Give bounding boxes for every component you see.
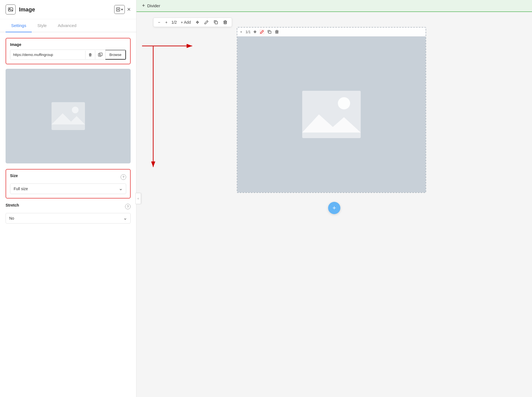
zoom-in-button[interactable]: + (164, 19, 169, 25)
svg-point-29 (338, 97, 350, 109)
svg-point-14 (72, 107, 79, 113)
image-panel-icon (6, 4, 16, 14)
mini-copy-button[interactable] (267, 29, 272, 35)
canvas-area: − + 1/2 + Add ✥ (136, 12, 532, 397)
stretch-section: Stretch ? No Yes (6, 203, 131, 224)
block-mini-toolbar: + 1/1 ✥ (237, 28, 426, 36)
mini-fraction: 1/1 (246, 30, 251, 34)
left-panel: Image ▾ × Settings Style Advanced Image (0, 0, 136, 397)
add-button-row: + (237, 197, 432, 214)
dropdown-arrow: ▾ (121, 8, 123, 11)
image-preview-left (6, 69, 131, 163)
block-outer-toolbar: − + 1/2 + Add ✥ (153, 18, 232, 27)
mini-move-button[interactable]: ✥ (253, 29, 257, 35)
divider-label: Divider (147, 3, 160, 8)
content-block-wrapper: + 1/1 ✥ (237, 27, 432, 214)
image-input-row: Browse (10, 50, 126, 60)
size-label: Size (10, 173, 18, 178)
zoom-out-button[interactable]: − (157, 19, 161, 25)
stretch-help-icon[interactable]: ? (125, 204, 131, 209)
stretch-section-header: Stretch ? (6, 203, 131, 210)
copy-button[interactable] (213, 19, 219, 25)
stretch-select[interactable]: No Yes (6, 213, 131, 224)
panel-header: Image ▾ × (0, 0, 136, 19)
size-select[interactable]: Full size Thumbnail Medium Large (10, 183, 126, 194)
collapse-icon: ‹ (138, 197, 139, 200)
stretch-select-wrapper: No Yes (6, 213, 131, 224)
collapse-handle[interactable]: ‹ (135, 193, 141, 204)
image-section-label: Image (10, 42, 126, 47)
content-block: + 1/1 ✥ (237, 27, 426, 193)
stretch-label: Stretch (6, 203, 19, 207)
svg-rect-22 (269, 31, 271, 33)
mini-edit-button[interactable] (259, 29, 265, 35)
add-block-button[interactable]: ▾ (114, 5, 125, 14)
tab-style[interactable]: Style (32, 19, 52, 32)
add-item-button[interactable]: + Add (180, 19, 192, 25)
size-section-box: Size ? Full size Thumbnail Medium Large (6, 169, 131, 198)
panel-content: Image (0, 32, 136, 397)
add-item-label: + Add (181, 20, 191, 24)
svg-rect-13 (52, 102, 85, 130)
mini-delete-button[interactable] (274, 29, 279, 35)
svg-rect-16 (215, 21, 218, 24)
toolbar-fraction: 1/2 (171, 20, 177, 24)
header-actions: ▾ × (114, 5, 131, 14)
tabs-bar: Settings Style Advanced (0, 19, 136, 32)
browse-button[interactable]: Browse (105, 50, 126, 60)
size-select-wrapper: Full size Thumbnail Medium Large (10, 183, 126, 194)
mini-plus-icon: + (240, 30, 242, 34)
delete-button[interactable] (222, 19, 228, 25)
move-icon: ✥ (196, 20, 199, 24)
block-image-preview (237, 36, 426, 192)
clear-url-button[interactable] (85, 51, 95, 59)
panel-title: Image (19, 6, 111, 13)
media-library-button[interactable] (95, 50, 105, 59)
divider-plus-icon: + (142, 3, 145, 9)
svg-rect-5 (89, 54, 91, 56)
size-section-header: Size ? (10, 173, 126, 181)
divider-bar: + Divider (136, 0, 532, 12)
add-circle-button[interactable]: + (328, 202, 340, 214)
tab-settings[interactable]: Settings (6, 19, 32, 32)
image-section-box: Image (6, 38, 131, 64)
tab-advanced[interactable]: Advanced (52, 19, 82, 32)
edit-button[interactable] (203, 19, 210, 25)
size-help-icon[interactable]: ? (121, 174, 126, 180)
image-url-input[interactable] (10, 50, 85, 59)
move-button[interactable]: ✥ (195, 19, 200, 25)
close-button[interactable]: × (127, 6, 131, 13)
right-panel: + Divider − + 1/2 + Add ✥ (136, 0, 532, 397)
